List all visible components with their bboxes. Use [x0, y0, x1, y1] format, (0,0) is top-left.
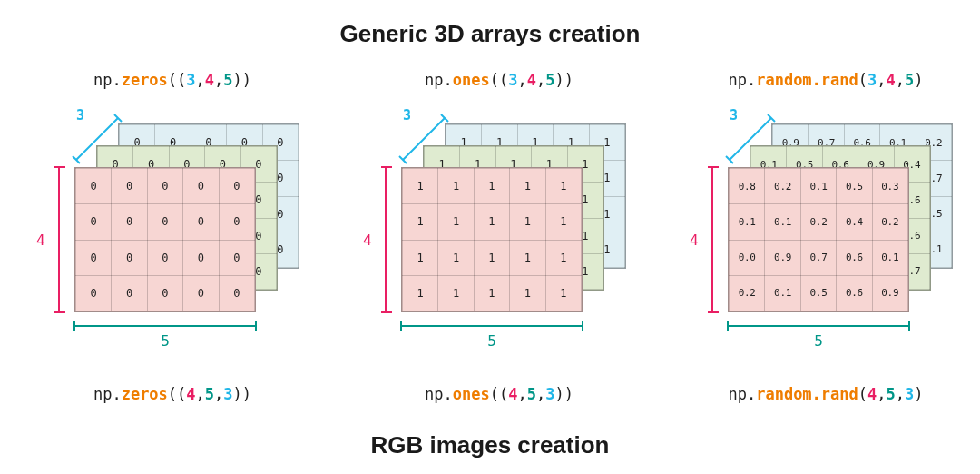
array-cell: 1	[510, 240, 545, 275]
array-cell: 0.6	[837, 275, 872, 311]
dim-bracket-3: 3	[71, 111, 125, 165]
array-cell: 0.2	[800, 204, 836, 240]
array-cell: 1	[474, 275, 509, 311]
array-cell: 0	[147, 169, 182, 204]
dim-label-3: 3	[403, 107, 411, 123]
svg-line-0	[76, 118, 118, 160]
svg-line-3	[403, 118, 445, 160]
array-cell: 1	[545, 240, 581, 275]
dim-label-4: 4	[36, 232, 45, 249]
array-cell: 0.1	[765, 275, 800, 311]
array-cell: 0.9	[872, 275, 907, 311]
array-cell: 0	[147, 204, 182, 240]
array-cell: 1	[474, 240, 509, 275]
array-panel: np.ones((3,4,5))np.ones((4,5,3))11111111…	[345, 56, 653, 420]
svg-line-6	[730, 118, 771, 160]
array-cell: 1	[474, 204, 509, 240]
dim-bracket-5: 5	[728, 321, 909, 352]
dim-label-4: 4	[690, 232, 699, 249]
array-cell: 0.1	[872, 240, 907, 275]
array-cell: 1	[545, 275, 581, 311]
array-cell: 0.1	[765, 204, 800, 240]
array-cell: 0.2	[872, 204, 907, 240]
dim-bracket-4: 4	[47, 167, 69, 312]
dim-label-5: 5	[401, 332, 583, 350]
array-cell: 0	[219, 204, 254, 240]
code-expression-top: np.zeros((3,4,5))	[18, 71, 327, 89]
array-cell: 0.0	[730, 240, 765, 275]
array-cell: 0	[76, 275, 112, 311]
array-panel: np.random.rand(3,4,5)np.random.rand(4,5,…	[671, 56, 980, 420]
array-cell: 1	[510, 275, 545, 311]
dim-bracket-3: 3	[724, 111, 779, 165]
dim-bracket-5: 5	[74, 321, 256, 352]
array-cell: 0	[76, 204, 112, 240]
dim-bracket-3: 3	[397, 111, 452, 165]
array-cell: 0	[183, 169, 219, 204]
dim-bracket-4: 4	[374, 167, 396, 312]
array-cell: 1	[510, 169, 545, 204]
dim-label-4: 4	[363, 232, 372, 249]
array-cell: 0	[76, 240, 112, 275]
array-cell: 1	[510, 204, 545, 240]
dim-label-3: 3	[730, 107, 738, 123]
array-cell: 0	[183, 275, 219, 311]
array-cell: 1	[438, 240, 474, 275]
array-cell: 1	[403, 240, 438, 275]
array-cell: 0	[183, 240, 219, 275]
array-cell: 0	[112, 204, 147, 240]
array-layer: 0.80.20.10.50.30.10.10.20.40.20.00.90.70…	[728, 167, 909, 312]
array-cell: 0	[219, 275, 254, 311]
dim-label-5: 5	[74, 332, 256, 350]
dim-label-3: 3	[76, 107, 84, 123]
array-cell: 0.9	[765, 240, 800, 275]
dim-label-5: 5	[728, 332, 909, 350]
array-cell: 1	[403, 275, 438, 311]
dim-bracket-5: 5	[401, 321, 583, 352]
array-cell: 0.5	[837, 169, 872, 204]
array-cell: 0	[112, 240, 147, 275]
array-layer: 00000000000000000000	[74, 167, 256, 312]
code-expression-bottom: np.zeros((4,5,3))	[18, 385, 327, 403]
page-title-top: Generic 3D arrays creation	[0, 20, 980, 48]
array-cell: 0	[219, 240, 254, 275]
array-cell: 0.2	[730, 275, 765, 311]
page-title-bottom: RGB images creation	[0, 431, 980, 459]
array-cell: 0	[183, 204, 219, 240]
array-cell: 1	[474, 169, 509, 204]
array-cell: 0	[112, 275, 147, 311]
code-expression-bottom: np.random.rand(4,5,3)	[671, 385, 980, 403]
array-cell: 1	[438, 204, 474, 240]
array-cell: 0.1	[730, 204, 765, 240]
array-cell: 1	[545, 169, 581, 204]
array-panel: np.zeros((3,4,5))np.zeros((4,5,3))000000…	[18, 56, 327, 420]
code-expression-bottom: np.ones((4,5,3))	[345, 385, 653, 403]
array-layer: 11111111111111111111	[401, 167, 583, 312]
diagram-root: Generic 3D arrays creation RGB images cr…	[0, 0, 980, 474]
array-cell: 0.7	[800, 240, 836, 275]
array-cell: 0	[147, 240, 182, 275]
array-cell: 0.4	[837, 204, 872, 240]
array-cell: 1	[545, 204, 581, 240]
array-cell: 1	[438, 275, 474, 311]
code-expression-top: np.ones((3,4,5))	[345, 71, 653, 89]
array-cell: 0	[147, 275, 182, 311]
array-cell: 1	[403, 204, 438, 240]
code-expression-top: np.random.rand(3,4,5)	[671, 71, 980, 89]
dim-bracket-4: 4	[701, 167, 722, 312]
array-cell: 0	[219, 169, 254, 204]
array-cell: 0.6	[837, 240, 872, 275]
array-cell: 0.1	[800, 169, 836, 204]
array-cell: 0.3	[872, 169, 907, 204]
array-cell: 0.5	[800, 275, 836, 311]
